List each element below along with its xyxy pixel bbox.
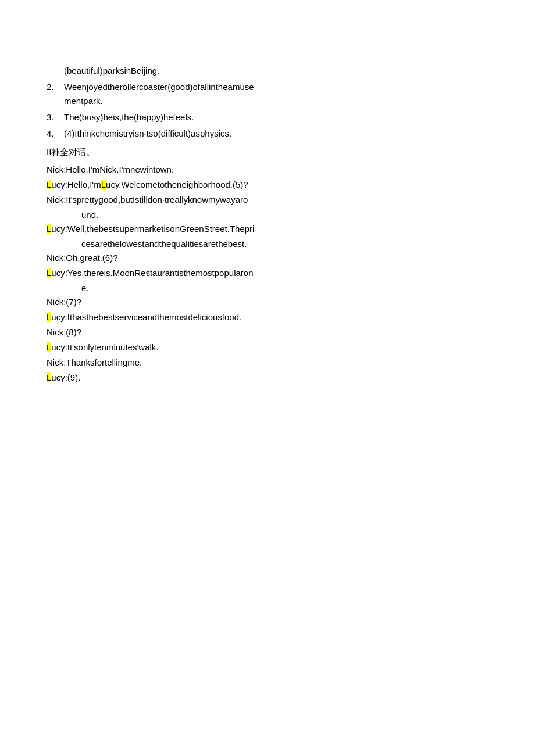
list-text-4: (4)Ithinkchemistryisn·tso(difficult)asph… (64, 127, 488, 141)
list-item-2: 2. Weenjoyedtherollercoaster(good)ofalli… (47, 80, 488, 108)
dialog-lucy-4: Lucy:Ithasthebestserviceandthemostdelici… (47, 310, 488, 324)
list-text-3: The(busy)heis,the(happy)hefeels. (64, 110, 488, 124)
dialog-lucy-3-cont: e. (81, 281, 488, 295)
dialog-nick-1: Nick:Hello,I'mNick.I'mnewintown. (47, 163, 488, 177)
dialog-lucy-2: Lucy:Well,thebestsupermarketisonGreenStr… (47, 222, 488, 236)
dialog-lucy-1: Lucy:Hello,I'mLucy.Welcometotheneighborh… (47, 178, 488, 192)
dialog-nick-3: Nick:Oh,great.(6)? (47, 251, 488, 265)
dialog-nick-6: Nick:Thanksfortellingme. (47, 356, 488, 370)
dialog-lucy-2-cont: cesarethelowestandthequalitiesarethebest… (81, 237, 488, 251)
main-content: (beautiful)parksinBeijing. 2. Weenjoyedt… (47, 64, 488, 385)
list-text-2: Weenjoyedtherollercoaster(good)ofallinth… (64, 80, 488, 108)
dialog-nick-2-cont: und. (81, 208, 488, 222)
dialog-nick-2: Nick:It'sprettygood,butIstilldon·treally… (47, 193, 488, 207)
dialog-nick-5: Nick:(8)? (47, 325, 488, 339)
dialog-nick-4: Nick:(7)? (47, 295, 488, 309)
list-number-2: 2. (47, 80, 64, 108)
section-header: II补全对话。 (47, 145, 488, 159)
list-number-3: 3. (47, 110, 64, 124)
dialog-lucy-5: Lucy:It'sonlytenminutes'walk. (47, 341, 488, 354)
indent-line-1: (beautiful)parksinBeijing. (64, 64, 488, 78)
list-item-3: 3. The(busy)heis,the(happy)hefeels. (47, 110, 488, 124)
dialog-lucy-3: Lucy:Yes,thereis.MoonRestaurantisthemost… (47, 266, 488, 280)
dialog-lucy-6: Lucy:(9). (47, 371, 488, 385)
list-number-4: 4. (47, 127, 64, 141)
list-item-4: 4. (4)Ithinkchemistryisn·tso(difficult)a… (47, 127, 488, 141)
